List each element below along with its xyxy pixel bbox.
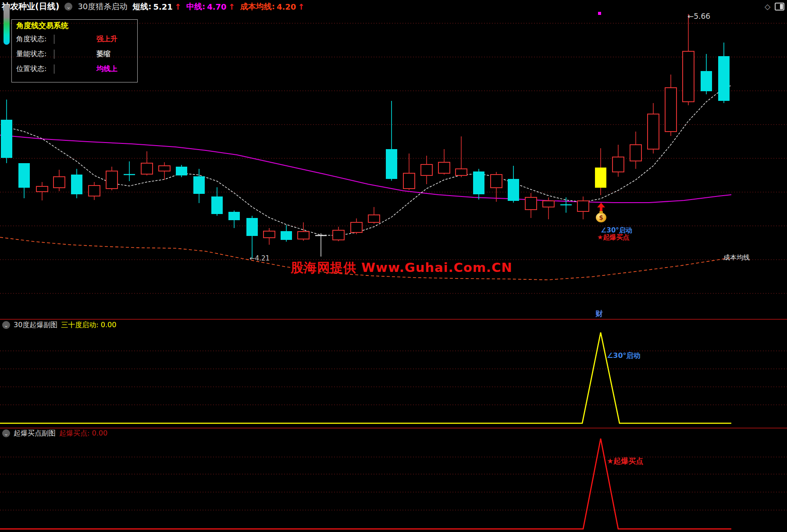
panel1-indicator-value: 三十度启动: 0.00 — [61, 321, 116, 330]
diamond-icon[interactable]: ◇ — [765, 3, 770, 11]
magenta-dot — [598, 12, 601, 15]
panel1-name: 30度起爆副图 — [14, 321, 57, 330]
up-arrow-icon: ↑ — [298, 2, 304, 11]
app-window: 神农种业(日线) ⌄ 30度猎杀启动 短线: 5.21 ↑ 中线: 4.70 ↑… — [0, 0, 787, 532]
stock-title: 神农种业(日线) — [2, 1, 59, 12]
cost-line-label: 成本均线 — [723, 254, 750, 262]
position-status-row: 位置状态: 均线上 — [16, 64, 118, 74]
split-window-icon[interactable] — [775, 3, 784, 11]
volume-status-row: 量能状态: 萎缩 — [16, 50, 110, 59]
panel2-indicator-value: 起爆买点: 0.00 — [59, 429, 107, 438]
low-price-label: ←4.21 — [249, 254, 270, 262]
buy-signal-marker: $ — [595, 203, 607, 222]
high-price-label: ←5.66 — [687, 12, 710, 21]
panel2-annotation: ★起爆买点 — [607, 456, 643, 466]
chevron-down-icon[interactable]: ⌄ — [2, 429, 10, 437]
mid-line-value: 中线: 4.70 ↑ — [186, 1, 235, 12]
chevron-down-icon[interactable]: ⌄ — [2, 321, 10, 329]
up-arrow-icon: ↑ — [174, 2, 181, 11]
panel2-name: 起爆买点副图 — [14, 429, 56, 438]
angle-system-title: 角度线交易系统 — [16, 21, 68, 31]
chevron-down-icon[interactable]: ⌄ — [64, 3, 72, 11]
wealth-char: 财 — [595, 309, 603, 319]
trend-gauge-bar — [4, 4, 10, 45]
top-bar: 神农种业(日线) ⌄ 30度猎杀启动 短线: 5.21 ↑ 中线: 4.70 ↑… — [2, 1, 304, 12]
short-line-value: 短线: 5.21 ↑ — [132, 1, 181, 12]
panel2-header: ⌄ 起爆买点副图 起爆买点: 0.00 — [2, 429, 107, 438]
up-arrow-icon: ↑ — [228, 2, 235, 11]
window-controls: ◇ — [765, 3, 784, 11]
watermark: 股海网提供 Www.Guhai.Com.CN — [291, 259, 512, 277]
cost-line-value: 成本均线: 4.20 ↑ — [240, 1, 305, 12]
panel1-annotation: ∠30°启动 — [607, 351, 641, 361]
panel1-header: ⌄ 30度起爆副图 三十度启动: 0.00 — [2, 321, 116, 329]
main-signal-buypoint: ★起爆买点 — [597, 233, 629, 242]
main-indicator-name: 30度猎杀启动 — [78, 1, 127, 12]
angle-status-row: 角度状态: 强上升 — [16, 35, 118, 44]
angle-system-panel: 角度线交易系统 角度状态: 强上升 量能状态: 萎缩 位置状态: 均线上 — [11, 19, 138, 82]
money-bag-icon: $ — [596, 213, 606, 222]
